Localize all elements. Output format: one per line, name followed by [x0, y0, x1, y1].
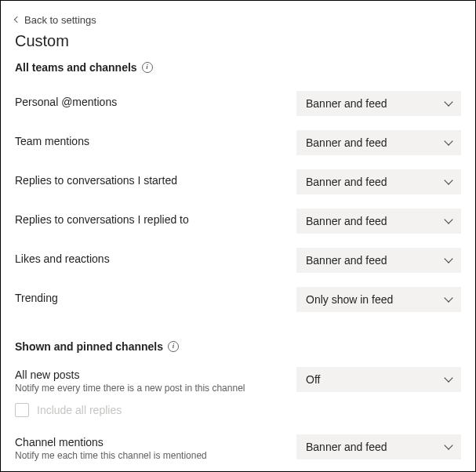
info-icon[interactable]: i	[142, 62, 153, 73]
setting-label: Personal @mentions	[15, 91, 296, 108]
checkbox-icon	[15, 403, 29, 417]
row-trending: Trending Only show in feed	[15, 287, 461, 312]
setting-label: Replies to conversations I replied to	[15, 209, 296, 226]
setting-label: Channel mentions	[15, 436, 296, 448]
row-personal-mentions: Personal @mentions Banner and feed	[15, 91, 461, 116]
section-heading-text: All teams and channels	[15, 61, 137, 74]
chevron-down-icon	[444, 293, 452, 302]
setting-label: All new posts	[15, 369, 296, 381]
dropdown-channel-mentions[interactable]: Banner and feed	[296, 434, 461, 459]
back-label: Back to settings	[24, 14, 96, 26]
dropdown-team-mentions[interactable]: Banner and feed	[296, 130, 461, 155]
setting-sublabel: Notify me each time this channel is ment…	[15, 450, 296, 461]
section-heading-shown-pinned: Shown and pinned channels i	[15, 340, 461, 353]
setting-label: Team mentions	[15, 130, 296, 147]
dropdown-trending[interactable]: Only show in feed	[296, 287, 461, 312]
chevron-down-icon	[444, 136, 452, 145]
dropdown-personal-mentions[interactable]: Banner and feed	[296, 91, 461, 116]
chevron-down-icon	[444, 176, 452, 184]
dropdown-value: Banner and feed	[306, 215, 387, 227]
dropdown-value: Banner and feed	[306, 136, 387, 149]
section-heading-text: Shown and pinned channels	[15, 340, 163, 353]
info-icon[interactable]: i	[168, 341, 179, 352]
setting-sublabel: Notify me every time there is a new post…	[15, 383, 296, 394]
row-replies-replied: Replies to conversations I replied to Ba…	[15, 209, 461, 234]
row-all-new-posts: All new posts Notify me every time there…	[15, 367, 461, 394]
dropdown-value: Banner and feed	[306, 97, 387, 110]
chevron-down-icon	[444, 97, 452, 106]
section-heading-all-teams: All teams and channels i	[15, 61, 461, 74]
chevron-down-icon	[444, 373, 452, 382]
row-team-mentions: Team mentions Banner and feed	[15, 130, 461, 155]
chevron-down-icon	[444, 254, 452, 263]
dropdown-replies-replied[interactable]: Banner and feed	[296, 209, 461, 234]
chevron-left-icon	[14, 16, 20, 23]
dropdown-value: Banner and feed	[306, 441, 387, 453]
checkbox-label: Include all replies	[37, 404, 122, 416]
row-replies-started: Replies to conversations I started Banne…	[15, 169, 461, 194]
setting-label: Likes and reactions	[15, 248, 296, 265]
dropdown-replies-started[interactable]: Banner and feed	[296, 169, 461, 194]
page-title: Custom	[15, 32, 461, 50]
setting-label: Trending	[15, 287, 296, 304]
back-to-settings-link[interactable]: Back to settings	[15, 14, 96, 26]
chevron-down-icon	[444, 441, 452, 449]
row-channel-mentions: Channel mentions Notify me each time thi…	[15, 434, 461, 461]
setting-label: Replies to conversations I started	[15, 169, 296, 187]
dropdown-value: Banner and feed	[306, 176, 387, 188]
dropdown-all-new-posts[interactable]: Off	[296, 367, 461, 392]
checkbox-include-all-replies: Include all replies	[15, 403, 461, 417]
dropdown-value: Banner and feed	[306, 254, 387, 267]
dropdown-likes-reactions[interactable]: Banner and feed	[296, 248, 461, 273]
dropdown-value: Off	[306, 373, 320, 386]
dropdown-value: Only show in feed	[306, 293, 393, 306]
row-likes-reactions: Likes and reactions Banner and feed	[15, 248, 461, 273]
chevron-down-icon	[444, 215, 452, 223]
